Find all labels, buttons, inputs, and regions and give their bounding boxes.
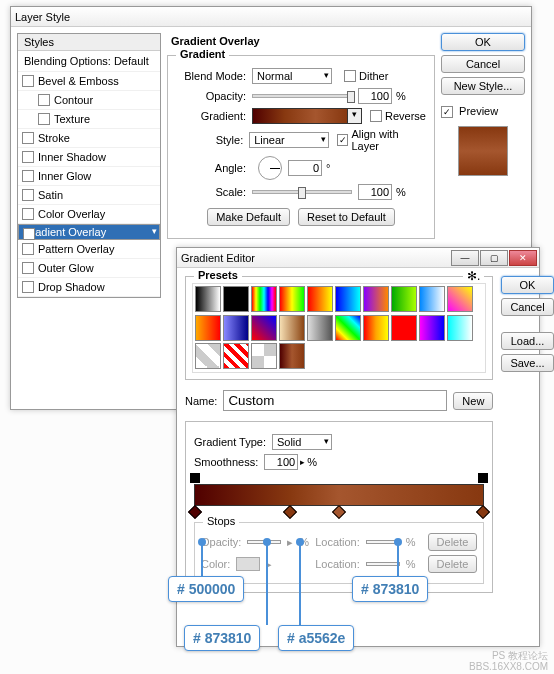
make-default-button[interactable]: Make Default — [207, 208, 290, 226]
presets-grid[interactable] — [192, 283, 486, 373]
preset-swatch[interactable] — [195, 343, 221, 369]
style-item[interactable]: Color Overlay — [18, 205, 160, 224]
callout-lead-4 — [397, 543, 399, 576]
presets-menu-icon[interactable]: ✻. — [463, 269, 484, 283]
style-checkbox[interactable] — [22, 281, 34, 293]
maximize-button[interactable]: ▢ — [480, 250, 508, 266]
style-item[interactable]: Bevel & Emboss — [18, 72, 160, 91]
new-style-button[interactable]: New Style... — [441, 77, 525, 95]
preset-swatch[interactable] — [447, 315, 473, 341]
preset-swatch[interactable] — [251, 315, 277, 341]
opacity-slider[interactable] — [252, 94, 352, 98]
preset-swatch[interactable] — [307, 315, 333, 341]
style-item[interactable]: Inner Shadow — [18, 148, 160, 167]
callout-lead-3 — [299, 543, 301, 625]
preset-swatch[interactable] — [223, 315, 249, 341]
load-button[interactable]: Load... — [501, 332, 553, 350]
style-select[interactable]: Linear — [249, 132, 329, 148]
style-checkbox[interactable] — [22, 132, 34, 144]
delete-opacity-stop-button[interactable]: Delete — [428, 533, 478, 551]
scale-slider[interactable] — [252, 190, 352, 194]
preset-swatch[interactable] — [419, 315, 445, 341]
style-checkbox[interactable] — [22, 208, 34, 220]
angle-input[interactable]: 0 — [288, 160, 322, 176]
delete-color-stop-button[interactable]: Delete — [428, 555, 478, 573]
style-item-label: Stroke — [38, 132, 70, 144]
gradient-swatch[interactable]: ▾ — [252, 108, 362, 124]
preset-swatch[interactable] — [335, 315, 361, 341]
preset-swatch[interactable] — [391, 286, 417, 312]
preset-swatch[interactable] — [279, 286, 305, 312]
style-item[interactable]: Outer Glow — [18, 259, 160, 278]
preset-swatch[interactable] — [251, 343, 277, 369]
new-button[interactable]: New — [453, 392, 493, 410]
reverse-checkbox[interactable] — [370, 110, 382, 122]
close-button[interactable]: ✕ — [509, 250, 537, 266]
dither-checkbox[interactable] — [344, 70, 356, 82]
style-checkbox[interactable] — [22, 189, 34, 201]
style-item[interactable]: Drop Shadow — [18, 278, 160, 297]
style-checkbox[interactable] — [22, 243, 34, 255]
style-checkbox[interactable]: ✓ — [23, 228, 35, 240]
style-item[interactable]: ✓Gradient Overlay — [18, 224, 160, 240]
style-item-label: Bevel & Emboss — [38, 75, 119, 87]
color-stop[interactable] — [283, 505, 297, 519]
preset-swatch[interactable] — [335, 286, 361, 312]
layer-style-titlebar[interactable]: Layer Style — [11, 7, 531, 27]
ok-button[interactable]: OK — [441, 33, 525, 51]
style-checkbox[interactable] — [22, 170, 34, 182]
style-checkbox[interactable] — [22, 75, 34, 87]
callout-1: # 500000 — [168, 576, 244, 602]
gradient-editor-titlebar[interactable]: Gradient Editor — ▢ ✕ — [177, 248, 539, 268]
gradient-bar[interactable] — [194, 484, 484, 506]
preset-swatch[interactable] — [391, 315, 417, 341]
styles-header[interactable]: Styles — [18, 34, 160, 51]
opacity-stop[interactable] — [478, 473, 488, 483]
style-checkbox[interactable] — [38, 94, 50, 106]
style-item[interactable]: Contour — [18, 91, 160, 110]
preset-swatch[interactable] — [307, 286, 333, 312]
align-checkbox[interactable]: ✓ — [337, 134, 349, 146]
minimize-button[interactable]: — — [451, 250, 479, 266]
style-item[interactable]: Texture — [18, 110, 160, 129]
callout-4: # 873810 — [352, 576, 428, 602]
name-input[interactable] — [223, 390, 447, 411]
preset-swatch[interactable] — [279, 315, 305, 341]
preset-swatch[interactable] — [447, 286, 473, 312]
presets-panel: Presets ✻. — [185, 276, 493, 380]
style-item[interactable]: Stroke — [18, 129, 160, 148]
preset-swatch[interactable] — [419, 286, 445, 312]
style-item[interactable]: Satin — [18, 186, 160, 205]
ge-ok-button[interactable]: OK — [501, 276, 553, 294]
preset-swatch[interactable] — [223, 343, 249, 369]
opacity-stop[interactable] — [190, 473, 200, 483]
blend-mode-select[interactable]: Normal — [252, 68, 332, 84]
style-checkbox[interactable] — [38, 113, 50, 125]
preset-swatch[interactable] — [251, 286, 277, 312]
angle-dial[interactable] — [258, 156, 282, 180]
scale-input[interactable]: 100 — [358, 184, 392, 200]
reset-default-button[interactable]: Reset to Default — [298, 208, 395, 226]
cancel-button[interactable]: Cancel — [441, 55, 525, 73]
color-stop[interactable] — [332, 505, 346, 519]
color-stop[interactable] — [188, 505, 202, 519]
color-stop[interactable] — [476, 505, 490, 519]
blending-options-item[interactable]: Blending Options: Default — [18, 51, 160, 72]
style-item[interactable]: Inner Glow — [18, 167, 160, 186]
opacity-input[interactable]: 100 — [358, 88, 392, 104]
preset-swatch[interactable] — [223, 286, 249, 312]
opacity-label: Opacity: — [176, 90, 246, 102]
ge-cancel-button[interactable]: Cancel — [501, 298, 553, 316]
style-checkbox[interactable] — [22, 262, 34, 274]
style-checkbox[interactable] — [22, 151, 34, 163]
save-button[interactable]: Save... — [501, 354, 553, 372]
preset-swatch[interactable] — [195, 315, 221, 341]
smoothness-input[interactable]: 100 — [264, 454, 298, 470]
style-item[interactable]: Pattern Overlay — [18, 240, 160, 259]
preset-swatch[interactable] — [195, 286, 221, 312]
preset-swatch[interactable] — [363, 315, 389, 341]
preset-swatch[interactable] — [279, 343, 305, 369]
preview-checkbox[interactable]: ✓ — [441, 106, 453, 118]
gradient-type-select[interactable]: Solid — [272, 434, 332, 450]
preset-swatch[interactable] — [363, 286, 389, 312]
